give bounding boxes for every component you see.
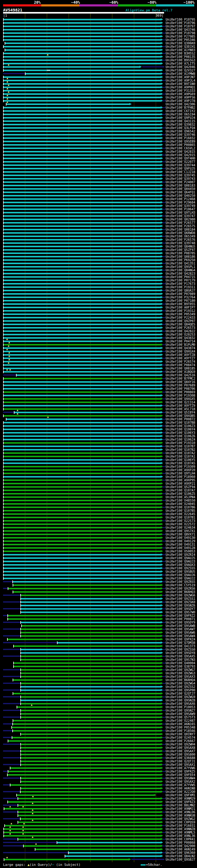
alignment-bar[interactable] (4, 144, 161, 146)
alignment-bar[interactable] (4, 225, 161, 227)
alignment-bar[interactable] (4, 578, 161, 579)
alignment-bar[interactable] (13, 591, 161, 593)
alignment-bar[interactable] (6, 418, 161, 420)
alignment-bar[interactable] (4, 198, 161, 200)
alignment-bar[interactable] (21, 764, 161, 766)
alignment-bar[interactable] (4, 259, 161, 261)
alignment-bar[interactable] (4, 334, 161, 335)
alignment-bar[interactable] (21, 700, 161, 701)
alignment-bar[interactable] (4, 354, 161, 355)
alignment-bar[interactable] (4, 209, 161, 210)
alignment-bar[interactable] (4, 36, 161, 37)
alignment-bar[interactable] (4, 432, 161, 434)
alignment-bar[interactable] (4, 388, 161, 390)
alignment-bar[interactable] (4, 439, 161, 440)
alignment-bar[interactable] (21, 669, 161, 671)
alignment-bar[interactable] (4, 310, 161, 312)
alignment-bar[interactable] (4, 500, 161, 501)
alignment-bar[interactable] (21, 595, 161, 596)
alignment-bar[interactable] (4, 364, 161, 366)
alignment-bar[interactable] (4, 46, 161, 48)
alignment-bar[interactable] (4, 117, 161, 119)
alignment-bar[interactable] (4, 87, 161, 88)
alignment-bar[interactable] (65, 856, 161, 857)
alignment-bar[interactable] (13, 679, 161, 681)
alignment-bar[interactable] (4, 164, 161, 166)
alignment-bar[interactable] (4, 168, 161, 169)
alignment-bar[interactable] (4, 283, 161, 284)
alignment-bar[interactable] (4, 402, 161, 403)
alignment-bar[interactable] (21, 696, 161, 698)
alignment-bar[interactable] (4, 181, 161, 183)
alignment-bar[interactable] (4, 808, 161, 809)
alignment-bar[interactable] (4, 90, 161, 91)
alignment-bar[interactable] (18, 811, 161, 813)
alignment-bar[interactable] (4, 188, 161, 190)
alignment-bar[interactable] (4, 158, 161, 159)
alignment-bar[interactable] (4, 141, 161, 142)
alignment-bar[interactable] (4, 469, 161, 471)
alignment-bar[interactable] (4, 276, 161, 278)
alignment-bar[interactable] (4, 185, 161, 186)
alignment-bar[interactable] (4, 236, 161, 237)
alignment-bar[interactable] (4, 405, 161, 406)
alignment-bar[interactable] (4, 148, 161, 149)
alignment-bar[interactable] (10, 784, 161, 786)
alignment-bar[interactable] (4, 496, 161, 498)
alignment-bar[interactable] (21, 757, 161, 759)
alignment-bar[interactable] (18, 805, 161, 806)
alignment-bar[interactable] (21, 747, 161, 748)
alignment-bar[interactable] (4, 527, 161, 528)
alignment-bar[interactable] (4, 219, 161, 220)
alignment-bar[interactable] (21, 683, 161, 684)
alignment-bar[interactable] (4, 300, 161, 302)
alignment-bar[interactable] (21, 787, 161, 789)
alignment-bar[interactable] (4, 134, 161, 135)
alignment-bar[interactable] (4, 473, 161, 474)
alignment-bar[interactable] (4, 26, 161, 27)
alignment-bar[interactable] (21, 703, 161, 705)
alignment-bar[interactable] (14, 666, 161, 667)
alignment-bar[interactable] (21, 761, 161, 762)
alignment-bar[interactable] (4, 537, 161, 538)
alignment-bar[interactable] (4, 358, 161, 359)
alignment-bar[interactable] (4, 266, 161, 268)
alignment-bar[interactable] (21, 628, 161, 630)
alignment-bar[interactable] (4, 127, 161, 129)
alignment-bar[interactable] (12, 737, 161, 738)
alignment-bar[interactable] (4, 435, 161, 437)
alignment-bar[interactable] (4, 191, 161, 193)
alignment-bar[interactable] (14, 662, 161, 664)
alignment-bar[interactable] (4, 534, 161, 535)
alignment-bar[interactable] (14, 412, 161, 413)
alignment-bar[interactable] (4, 347, 161, 349)
alignment-bar[interactable] (4, 483, 161, 484)
alignment-bar[interactable] (21, 605, 161, 606)
alignment-bar[interactable] (17, 706, 161, 708)
alignment-bar[interactable] (8, 740, 161, 742)
alignment-bar[interactable] (4, 442, 161, 444)
alignment-bar[interactable] (22, 625, 161, 627)
alignment-bar[interactable] (4, 384, 161, 386)
alignment-bar[interactable] (4, 456, 161, 457)
alignment-bar[interactable] (4, 344, 161, 345)
alignment-bar[interactable] (21, 659, 161, 660)
alignment-bar[interactable] (4, 262, 161, 264)
alignment-bar[interactable] (4, 32, 161, 34)
alignment-bar[interactable] (4, 320, 161, 322)
alignment-bar[interactable] (13, 693, 161, 694)
alignment-bar[interactable] (10, 767, 161, 769)
alignment-bar[interactable] (4, 445, 161, 447)
alignment-bar[interactable] (24, 845, 161, 847)
alignment-bar[interactable] (5, 49, 161, 51)
alignment-bar[interactable] (4, 239, 161, 241)
alignment-bar[interactable] (4, 554, 161, 555)
alignment-bar[interactable] (4, 331, 161, 332)
alignment-bar[interactable] (21, 598, 161, 599)
alignment-bar[interactable] (21, 744, 161, 745)
alignment-bar[interactable] (4, 114, 161, 115)
alignment-bar[interactable] (4, 317, 161, 318)
alignment-bar[interactable] (4, 161, 161, 162)
alignment-bar[interactable] (4, 270, 161, 271)
alignment-bar[interactable] (4, 202, 161, 203)
